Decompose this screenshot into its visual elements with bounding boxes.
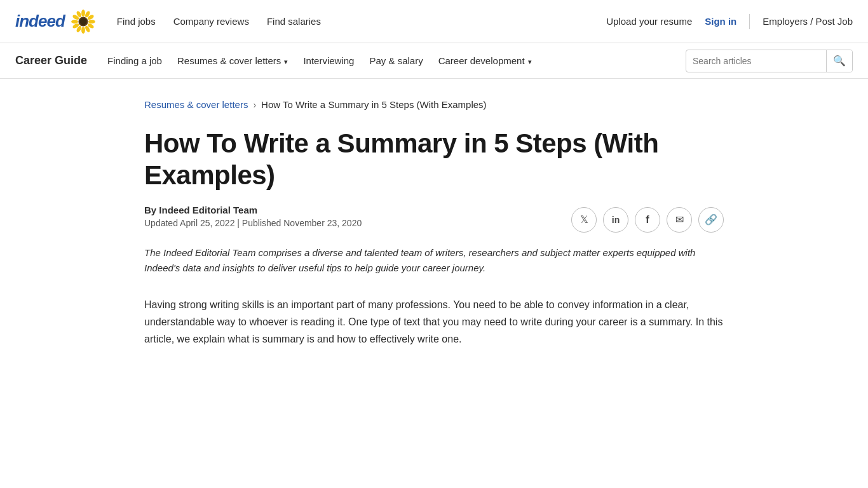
search-button[interactable]: 🔍 <box>826 50 852 72</box>
article-meta: By Indeed Editorial Team Updated April 2… <box>144 205 724 233</box>
breadcrumb-chevron-icon: › <box>253 100 256 110</box>
svg-point-3 <box>88 20 95 24</box>
top-nav-right: Upload your resume Sign in Employers / P… <box>606 14 853 29</box>
nav-divider <box>749 14 750 29</box>
svg-point-6 <box>81 26 85 33</box>
article-title: How To Write a Summary in 5 Steps (With … <box>144 128 724 192</box>
facebook-icon: f <box>646 214 649 226</box>
dropdown-arrow-career: ▾ <box>526 58 532 65</box>
svg-point-9 <box>71 20 78 24</box>
article-intro-paragraph: Having strong writing skills is an impor… <box>144 296 724 348</box>
company-reviews-link[interactable]: Company reviews <box>173 16 249 27</box>
social-icons: 𝕏 in f ✉ 🔗 <box>571 207 724 233</box>
twitter-icon: 𝕏 <box>580 214 588 226</box>
find-salaries-link[interactable]: Find salaries <box>267 16 321 27</box>
resumes-cover-letters-link[interactable]: Resumes & cover letters ▾ <box>177 55 288 66</box>
career-development-link[interactable]: Career development ▾ <box>438 55 532 66</box>
career-guide-title: Career Guide <box>15 54 87 67</box>
search-input[interactable] <box>686 56 826 66</box>
svg-point-13 <box>79 18 86 25</box>
career-nav-links: Finding a job Resumes & cover letters ▾ … <box>107 55 665 67</box>
article-body: Having strong writing skills is an impor… <box>144 296 724 348</box>
career-guide-navigation: Career Guide Finding a job Resumes & cov… <box>0 43 868 79</box>
top-navigation: indeed Find jobs Company reviews Find sa… <box>0 0 868 43</box>
twitter-share-button[interactable]: 𝕏 <box>571 207 597 233</box>
search-box: 🔍 <box>686 50 853 72</box>
interviewing-link[interactable]: Interviewing <box>303 55 354 66</box>
svg-point-0 <box>81 10 85 17</box>
copy-link-button[interactable]: 🔗 <box>698 207 724 233</box>
dropdown-arrow-resumes: ▾ <box>282 58 288 65</box>
linkedin-share-button[interactable]: in <box>603 207 628 233</box>
facebook-share-button[interactable]: f <box>635 207 660 233</box>
main-content: Resumes & cover letters › How To Write a… <box>129 79 739 378</box>
find-jobs-link[interactable]: Find jobs <box>117 16 156 27</box>
breadcrumb-parent-link[interactable]: Resumes & cover letters <box>144 99 248 110</box>
employers-link[interactable]: Employers / Post Job <box>763 16 853 27</box>
email-icon: ✉ <box>675 214 684 226</box>
author-info: By Indeed Editorial Team Updated April 2… <box>144 205 362 228</box>
author-bio: The Indeed Editorial Team comprises a di… <box>144 245 724 276</box>
top-nav-links: Find jobs Company reviews Find salaries <box>117 16 586 27</box>
link-icon: 🔗 <box>705 214 717 226</box>
pay-salary-link[interactable]: Pay & salary <box>369 55 423 66</box>
finding-a-job-link[interactable]: Finding a job <box>107 55 162 66</box>
sign-in-link[interactable]: Sign in <box>705 16 736 27</box>
email-share-button[interactable]: ✉ <box>667 207 692 233</box>
breadcrumb-current: How To Write a Summary in 5 Steps (With … <box>261 99 487 110</box>
article-dates: Updated April 25, 2022 | Published Novem… <box>144 218 362 228</box>
linkedin-icon: in <box>612 215 620 225</box>
breadcrumb: Resumes & cover letters › How To Write a… <box>144 99 724 110</box>
indeed-wordmark: indeed <box>15 11 65 31</box>
indeed-logo[interactable]: indeed <box>15 8 97 35</box>
sunflower-logo <box>70 8 97 35</box>
author-name: By Indeed Editorial Team <box>144 205 362 215</box>
search-icon: 🔍 <box>833 55 846 66</box>
upload-resume-link[interactable]: Upload your resume <box>606 16 692 27</box>
